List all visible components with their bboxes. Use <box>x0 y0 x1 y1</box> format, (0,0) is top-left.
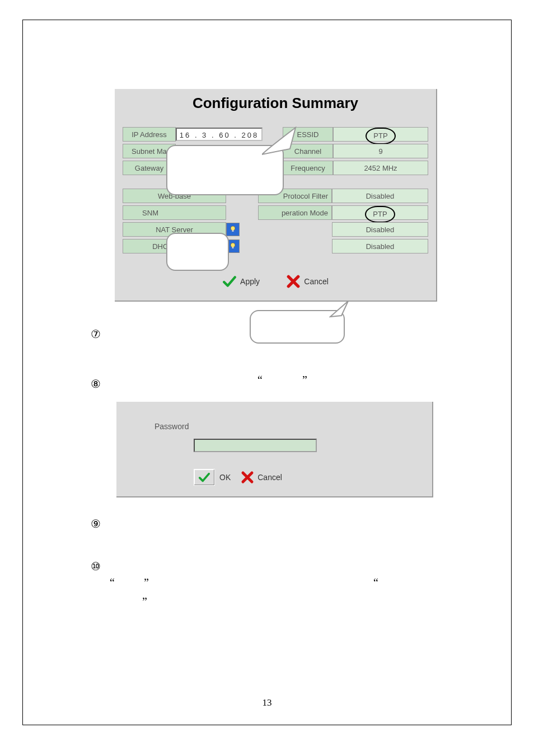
password-input[interactable] <box>194 439 317 452</box>
x-icon <box>241 471 254 484</box>
open-quote: “ <box>373 576 378 589</box>
x-icon <box>286 274 301 289</box>
svg-rect-1 <box>232 230 234 232</box>
apply-button[interactable]: Apply <box>222 274 260 289</box>
svg-rect-3 <box>232 247 234 248</box>
open-quote: “ <box>257 374 263 387</box>
page-title: Configuration Summary <box>114 95 437 112</box>
check-icon <box>222 274 237 289</box>
ip-address-input[interactable]: 16 . 3 . 60 . 208 <box>176 128 263 141</box>
page-number: 13 <box>0 697 534 708</box>
dhcp-server-value: Disabled <box>332 239 428 253</box>
callout-tail-icon <box>262 126 301 160</box>
callout-bubble <box>166 233 229 271</box>
close-quote: ” <box>144 576 149 589</box>
snmp-label: SNM <box>123 205 226 220</box>
cancel-label: Cancel <box>304 277 329 286</box>
lightbulb-icon[interactable] <box>226 223 240 236</box>
apply-label: Apply <box>240 277 260 286</box>
ok-label: OK <box>219 473 231 482</box>
open-quote: “ <box>110 576 115 589</box>
step-7-marker: ⑦ <box>91 327 101 341</box>
close-quote: ” <box>302 374 307 387</box>
close-quote: ” <box>142 595 147 608</box>
svg-point-0 <box>231 226 235 231</box>
protocol-filter-value: Disabled <box>332 189 428 203</box>
ip-address-label: IP Address <box>123 127 176 142</box>
operation-mode-value-circle: PTP <box>365 206 395 223</box>
essid-value-circle: PTP <box>366 128 395 144</box>
callout-tail-icon <box>329 300 352 319</box>
document-page: 13 Configuration Summary IP Address 16 .… <box>0 0 534 756</box>
password-label: Password <box>154 422 189 431</box>
operation-mode-value: PTP <box>332 205 428 220</box>
check-icon <box>198 471 210 483</box>
nat-server-value: Disabled <box>332 222 428 237</box>
ok-button[interactable] <box>194 469 215 486</box>
operation-mode-label: peration Mode <box>258 205 332 220</box>
step-10-marker: ⑩ <box>91 560 101 573</box>
cancel-button[interactable]: Cancel <box>286 274 329 289</box>
step-8-marker: ⑧ <box>91 377 101 391</box>
frequency-value: 2452 MHz <box>333 161 428 175</box>
password-dialog: Password OK Cancel <box>115 400 434 498</box>
step-9-marker: ⑨ <box>91 517 101 530</box>
cancel-button[interactable]: Cancel <box>257 473 282 482</box>
channel-value: 9 <box>333 144 428 158</box>
frequency-label: Frequency <box>283 161 333 175</box>
svg-point-2 <box>231 243 235 247</box>
essid-value: PTP <box>333 127 428 142</box>
